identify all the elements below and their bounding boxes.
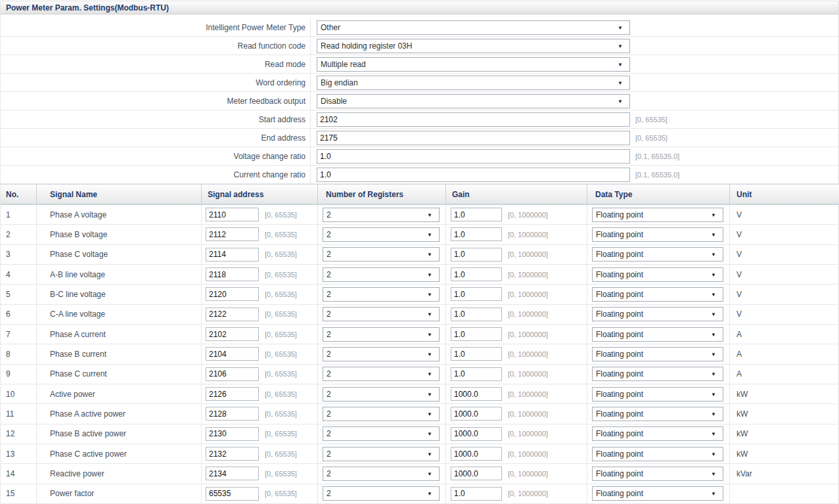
registers-select[interactable]: 2 ▼ <box>323 307 440 321</box>
end-address-range-hint: [0, 65535] <box>635 134 668 142</box>
chevron-down-icon: ▼ <box>618 24 623 30</box>
signal-address-range-hint: [0, 65535] <box>265 271 297 279</box>
registers-select[interactable]: 2 ▼ <box>323 227 440 242</box>
signal-name: Phase C active power <box>37 444 202 463</box>
registers-select[interactable]: 2 ▼ <box>323 407 440 421</box>
data-type-value: Floating point <box>596 369 643 378</box>
start-address-input[interactable] <box>317 112 630 127</box>
signal-address-input[interactable] <box>206 447 259 461</box>
gain-input[interactable] <box>451 208 502 221</box>
gain-range-hint: [0, 1000000] <box>508 271 548 279</box>
registers-select[interactable]: 2 ▼ <box>323 247 440 262</box>
current-ratio-input[interactable] <box>317 168 630 182</box>
read-function-value: Read holding register 03H <box>321 41 412 51</box>
gain-input[interactable] <box>451 267 502 281</box>
signal-address-input[interactable] <box>206 467 259 480</box>
registers-select[interactable]: 2 ▼ <box>323 267 440 282</box>
signal-address-input[interactable] <box>206 427 259 441</box>
registers-select[interactable]: 2 ▼ <box>323 426 440 441</box>
gain-input[interactable] <box>451 287 502 301</box>
signal-address-input[interactable] <box>206 267 259 281</box>
word-ordering-select[interactable]: Big endian ▼ <box>317 76 630 90</box>
signal-address-input[interactable] <box>206 287 259 301</box>
gain-input[interactable] <box>451 407 502 421</box>
signal-address-input[interactable] <box>206 487 259 501</box>
registers-value: 2 <box>327 369 331 378</box>
voltage-ratio-input[interactable] <box>317 149 630 164</box>
read-mode-select[interactable]: Multiple read ▼ <box>317 57 630 72</box>
data-type-select[interactable]: Floating point ▼ <box>592 227 723 242</box>
end-address-input[interactable] <box>317 131 630 145</box>
data-type-select[interactable]: Floating point ▼ <box>592 307 723 321</box>
unit-value: V <box>730 245 839 264</box>
meter-type-select[interactable]: Other ▼ <box>317 20 630 35</box>
data-type-select[interactable]: Floating point ▼ <box>592 447 723 461</box>
registers-select[interactable]: 2 ▼ <box>323 208 440 222</box>
data-type-value: Floating point <box>596 250 643 259</box>
data-type-select[interactable]: Floating point ▼ <box>592 327 723 342</box>
data-type-select[interactable]: Floating point ▼ <box>592 486 723 501</box>
registers-value: 2 <box>327 230 331 239</box>
signal-address-input[interactable] <box>206 308 259 321</box>
registers-select[interactable]: 2 ▼ <box>323 367 440 381</box>
data-type-select[interactable]: Floating point ▼ <box>592 208 723 222</box>
gain-range-hint: [0, 1000000] <box>508 310 548 318</box>
gain-range-hint: [0, 1000000] <box>508 250 548 258</box>
gain-input[interactable] <box>451 447 502 461</box>
read-function-select[interactable]: Read holding register 03H ▼ <box>317 39 630 53</box>
registers-select[interactable]: 2 ▼ <box>323 486 440 501</box>
signal-name: Phase A current <box>37 325 202 344</box>
gain-input[interactable] <box>451 367 502 381</box>
signal-address-range-hint: [0, 65535] <box>265 250 297 258</box>
gain-input[interactable] <box>451 227 502 241</box>
data-type-select[interactable]: Floating point ▼ <box>592 407 723 421</box>
gain-range-hint: [0, 1000000] <box>508 350 548 358</box>
registers-select[interactable]: 2 ▼ <box>323 327 440 342</box>
gain-input[interactable] <box>451 467 502 480</box>
chevron-down-icon: ▼ <box>711 451 716 457</box>
gain-input[interactable] <box>451 248 502 262</box>
gain-input[interactable] <box>451 347 502 361</box>
table-row: 9 Phase C current [0, 65535] 2 ▼ [0, 100… <box>1 365 839 384</box>
signal-address-input[interactable] <box>206 327 259 341</box>
row-number: 1 <box>1 205 37 224</box>
data-type-select[interactable]: Floating point ▼ <box>592 426 723 441</box>
data-type-select[interactable]: Floating point ▼ <box>592 367 723 381</box>
signal-address-input[interactable] <box>206 387 259 401</box>
header-data-type: Data Type <box>587 185 730 204</box>
gain-input[interactable] <box>451 308 502 321</box>
data-type-select[interactable]: Floating point ▼ <box>592 287 723 302</box>
registers-select[interactable]: 2 ▼ <box>323 347 440 361</box>
gain-input[interactable] <box>451 327 502 341</box>
signal-address-input[interactable] <box>206 367 259 381</box>
signal-address-input[interactable] <box>206 208 259 221</box>
read-function-label: Read function code <box>1 37 311 55</box>
table-row: 1 Phase A voltage [0, 65535] 2 ▼ [0, 100… <box>1 205 839 225</box>
registers-select[interactable]: 2 ▼ <box>323 387 440 401</box>
gain-input[interactable] <box>451 387 502 401</box>
signal-address-input[interactable] <box>206 248 259 262</box>
feedback-output-select[interactable]: Disable ▼ <box>317 94 630 108</box>
data-type-value: Floating point <box>596 309 643 319</box>
row-number: 14 <box>1 464 37 483</box>
gain-input[interactable] <box>451 487 502 501</box>
registers-value: 2 <box>327 469 331 478</box>
data-type-select[interactable]: Floating point ▼ <box>592 387 723 401</box>
data-type-select[interactable]: Floating point ▼ <box>592 247 723 262</box>
signal-address-input[interactable] <box>206 227 259 241</box>
data-type-select[interactable]: Floating point ▼ <box>592 467 723 481</box>
signal-address-input[interactable] <box>206 347 259 361</box>
registers-select[interactable]: 2 ▼ <box>323 287 440 302</box>
gain-range-hint: [0, 1000000] <box>508 470 548 478</box>
registers-select[interactable]: 2 ▼ <box>323 467 440 481</box>
registers-value: 2 <box>327 250 331 259</box>
registers-select[interactable]: 2 ▼ <box>323 447 440 461</box>
table-row: 8 Phase B current [0, 65535] 2 ▼ [0, 100… <box>1 344 839 364</box>
chevron-down-icon: ▼ <box>711 371 716 377</box>
data-type-select[interactable]: Floating point ▼ <box>592 347 723 361</box>
gain-input[interactable] <box>451 427 502 441</box>
data-type-select[interactable]: Floating point ▼ <box>592 267 723 282</box>
feedback-output-label: Meter feedback output <box>1 92 311 110</box>
signal-address-input[interactable] <box>206 407 259 421</box>
signal-name: Phase C voltage <box>37 245 202 264</box>
